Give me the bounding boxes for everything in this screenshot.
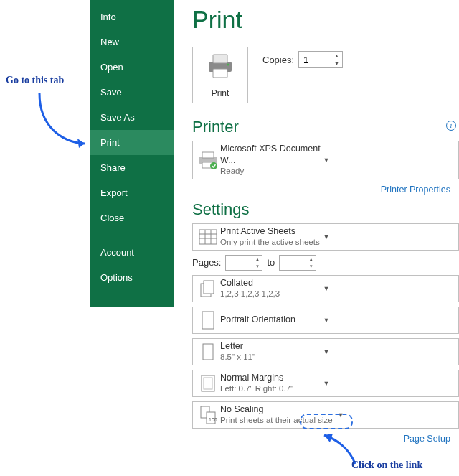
copies-label: Copies: bbox=[262, 55, 294, 65]
svg-rect-1 bbox=[213, 55, 227, 63]
file-menu-sidebar: Info New Open Save Save As Print Share E… bbox=[90, 0, 174, 307]
portrait-icon bbox=[196, 310, 220, 330]
settings-heading: Settings bbox=[192, 200, 459, 219]
printer-heading: Printer i bbox=[192, 118, 459, 136]
pages-from[interactable]: ▲▼ bbox=[225, 255, 262, 271]
page-icon bbox=[196, 342, 220, 362]
copies-input[interactable] bbox=[299, 52, 331, 67]
pages-from-input[interactable] bbox=[226, 256, 252, 270]
sidebar-item-open[interactable]: Open bbox=[90, 55, 174, 80]
scaling-icon: 100 bbox=[196, 405, 220, 425]
annotation-tab: Go to this tab bbox=[6, 75, 64, 86]
chevron-down-icon: ▼ bbox=[321, 317, 332, 324]
printer-info-icon[interactable]: i bbox=[446, 121, 456, 131]
chevron-down-icon: ▼ bbox=[321, 348, 332, 355]
sidebar-item-print[interactable]: Print bbox=[90, 130, 174, 155]
printer-device-icon bbox=[196, 151, 220, 169]
svg-rect-2 bbox=[213, 69, 227, 78]
sidebar-item-new[interactable]: New bbox=[90, 29, 174, 55]
sidebar-item-info[interactable]: Info bbox=[90, 0, 174, 29]
chevron-down-icon: ▼ bbox=[321, 285, 332, 292]
pages-to[interactable]: ▲▼ bbox=[279, 255, 316, 271]
sidebar-item-share[interactable]: Share bbox=[90, 155, 174, 180]
sheets-icon bbox=[196, 228, 220, 246]
chevron-down-icon: ▼ bbox=[321, 380, 332, 387]
annotation-arrow-tab bbox=[29, 86, 100, 158]
pages-label: Pages: bbox=[192, 257, 221, 268]
printer-status: Ready bbox=[220, 166, 321, 176]
sidebar-item-export[interactable]: Export bbox=[90, 180, 174, 205]
sidebar-item-save[interactable]: Save bbox=[90, 80, 174, 105]
page-setup-link[interactable]: Page Setup bbox=[404, 434, 450, 444]
svg-text:100: 100 bbox=[209, 417, 217, 422]
collate-selector[interactable]: Collated 1,2,3 1,2,3 1,2,3 ▼ bbox=[192, 275, 459, 302]
svg-rect-14 bbox=[204, 281, 214, 294]
pages-to-label: to bbox=[267, 257, 275, 268]
sidebar-item-save-as[interactable]: Save As bbox=[90, 105, 174, 130]
sidebar-divider bbox=[100, 235, 164, 235]
paper-size-selector[interactable]: Letter 8.5" x 11" ▼ bbox=[192, 338, 459, 365]
collate-icon bbox=[196, 279, 220, 298]
print-panel: Print Print Copies: ▲ ▼ bbox=[186, 0, 459, 449]
annotation-link: Click on the link bbox=[351, 459, 422, 471]
sidebar-item-options[interactable]: Options bbox=[90, 265, 174, 290]
printer-icon bbox=[206, 53, 235, 81]
printer-name: Microsoft XPS Document W... bbox=[220, 144, 321, 166]
chevron-down-icon: ▼ bbox=[321, 157, 332, 164]
printer-properties-link[interactable]: Printer Properties bbox=[381, 185, 450, 195]
sidebar-item-close[interactable]: Close bbox=[90, 205, 174, 230]
pages-to-input[interactable] bbox=[280, 256, 306, 270]
chevron-down-icon: ▼ bbox=[321, 233, 332, 241]
copies-up[interactable]: ▲ bbox=[331, 52, 342, 60]
margins-selector[interactable]: Normal Margins Left: 0.7" Right: 0.7" ▼ bbox=[192, 370, 459, 397]
orientation-selector[interactable]: Portrait Orientation ▼ bbox=[192, 307, 459, 334]
sidebar-item-account[interactable]: Account bbox=[90, 240, 174, 265]
printer-selector[interactable]: Microsoft XPS Document W... Ready ▼ bbox=[192, 141, 459, 179]
svg-rect-15 bbox=[202, 312, 214, 329]
svg-rect-8 bbox=[199, 230, 217, 244]
margins-icon bbox=[196, 373, 220, 393]
svg-point-3 bbox=[227, 64, 230, 66]
copies-down[interactable]: ▼ bbox=[331, 60, 342, 67]
print-button-label: Print bbox=[212, 88, 230, 98]
svg-rect-5 bbox=[202, 152, 214, 158]
svg-marker-22 bbox=[77, 139, 85, 148]
print-button[interactable]: Print bbox=[192, 47, 248, 103]
svg-rect-16 bbox=[203, 344, 213, 360]
print-area-selector[interactable]: Print Active Sheets Only print the activ… bbox=[192, 223, 459, 251]
copies-spinner[interactable]: ▲ ▼ bbox=[298, 51, 343, 68]
annotation-highlight bbox=[300, 414, 353, 429]
page-title: Print bbox=[192, 6, 459, 34]
